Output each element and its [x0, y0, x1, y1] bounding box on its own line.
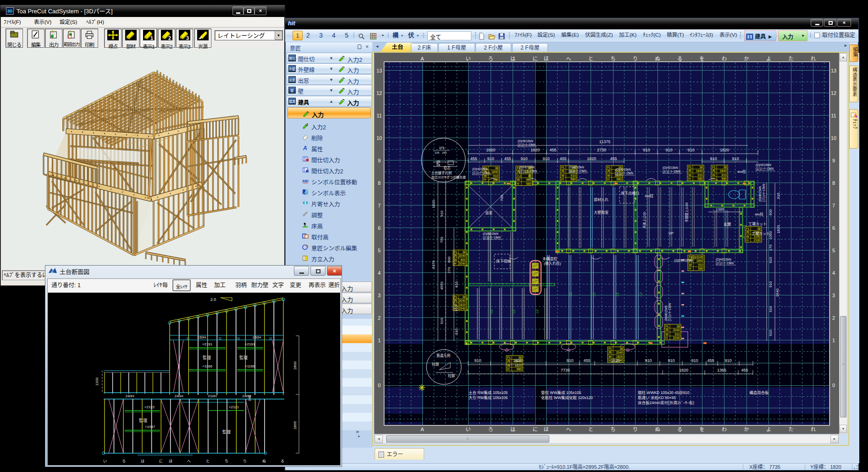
svg-text:910: 910: [665, 148, 672, 152]
svg-text:に: に: [159, 459, 163, 463]
svg-text:38: 38: [462, 295, 466, 299]
svg-text:た: た: [789, 56, 794, 61]
svg-text:い: い: [103, 459, 107, 463]
svg-text:9: 9: [832, 158, 835, 163]
svg-text:135: 135: [435, 151, 440, 154]
svg-text:わ: わ: [722, 56, 727, 61]
svg-text:1820: 1820: [679, 368, 688, 372]
svg-text:W: W: [688, 173, 691, 177]
svg-text:600: 600: [768, 209, 773, 216]
svg-text:2040: 2040: [459, 254, 466, 257]
svg-text:と: と: [206, 459, 210, 463]
svg-text:土台継手凡例: 土台継手凡例: [431, 171, 452, 175]
svg-text:筋違い 米松KD 90×45: 筋違い 米松KD 90×45: [638, 395, 676, 400]
svg-text:910: 910: [674, 333, 680, 336]
svg-text:り: り: [243, 459, 247, 463]
svg-text:8: 8: [832, 180, 835, 186]
svg-text:5: 5: [832, 248, 835, 253]
svg-text:FL: FL: [454, 250, 458, 254]
svg-text:150H: 150H: [197, 335, 206, 339]
svg-text:910: 910: [440, 211, 444, 217]
svg-text:る: る: [677, 56, 682, 61]
svg-text:H: H: [517, 182, 519, 185]
svg-text:FL: FL: [712, 166, 716, 169]
svg-text:210H: 210H: [208, 394, 216, 398]
svg-text:270: 270: [447, 267, 451, 273]
svg-text:ち: ち: [225, 459, 228, 463]
svg-text:UP: UP: [669, 231, 674, 235]
svg-text:れ: れ: [811, 427, 816, 432]
svg-text:38: 38: [757, 227, 761, 230]
svg-text:内: 内: [712, 169, 715, 173]
svg-text:1820: 1820: [587, 156, 596, 161]
svg-text:1840: 1840: [696, 259, 703, 262]
svg-text:240: 240: [248, 395, 252, 401]
svg-text:(D)HD15kN: (D)HD15kN: [483, 232, 498, 236]
svg-text:柱脚: 柱脚: [448, 373, 455, 378]
svg-text:へ: へ: [566, 427, 571, 432]
svg-text:ぬ: ぬ: [655, 427, 660, 432]
svg-text:(D)HD15kN: (D)HD15kN: [756, 163, 771, 167]
svg-text:1385: 1385: [716, 207, 724, 211]
svg-text:1365: 1365: [717, 368, 726, 372]
svg-text:+2191: +2191: [245, 342, 255, 346]
svg-text:38: 38: [619, 347, 623, 350]
svg-text:H: H: [607, 178, 609, 181]
svg-text:H: H: [507, 367, 509, 371]
svg-text:(ｽﾐ)ｺｰﾅｰ15kN: (ｽﾐ)ｺｰﾅｰ15kN: [668, 303, 672, 321]
svg-text:170: 170: [768, 244, 773, 251]
svg-text:監理: 監理: [203, 355, 211, 360]
svg-text:-12: -12: [489, 310, 493, 315]
svg-text:W: W: [746, 235, 749, 238]
svg-text:7: 7: [832, 203, 835, 208]
svg-text:2: 2: [832, 315, 835, 321]
svg-text:(ｽﾐ)ｺｰﾅｰ15kN: (ｽﾐ)ｺｰﾅｰ15kN: [519, 169, 537, 173]
svg-text:910: 910: [768, 330, 773, 336]
svg-text:910: 910: [768, 306, 773, 312]
svg-text:980: 980: [616, 178, 622, 181]
svg-text:FL: FL: [608, 347, 612, 350]
svg-text:910: 910: [566, 358, 573, 363]
svg-text:FL: FL: [665, 325, 669, 328]
svg-text:240: 240: [442, 151, 447, 154]
svg-text:FL: FL: [607, 166, 611, 169]
svg-text:浴室: 浴室: [485, 211, 492, 215]
svg-text:わ: わ: [722, 427, 727, 432]
svg-text:監理: 監理: [139, 418, 147, 423]
svg-text:2040: 2040: [459, 307, 466, 310]
svg-text:910: 910: [440, 318, 444, 324]
svg-text:ぬ: ぬ: [262, 459, 266, 463]
svg-text:910: 910: [487, 156, 494, 161]
svg-text:FL: FL: [561, 166, 565, 169]
svg-text:れ: れ: [811, 56, 816, 61]
svg-text:13: 13: [376, 68, 382, 73]
svg-text:5: 5: [378, 248, 381, 253]
svg-text:4m柱: 4m柱: [645, 194, 653, 198]
svg-text:2895: 2895: [293, 421, 297, 429]
svg-text:910: 910: [570, 174, 576, 177]
svg-text:た: た: [789, 427, 794, 432]
svg-text:(D)HD15kN: (D)HD15kN: [472, 167, 488, 171]
svg-text:(ｽﾐ)ｺｰﾅｰ15kN: (ｽﾐ)ｺｰﾅｰ15kN: [518, 143, 536, 147]
svg-text:910: 910: [724, 358, 731, 363]
svg-text:ほ: ほ: [544, 427, 549, 432]
svg-text:内: 内: [561, 169, 564, 173]
svg-text:(D)HD15kN: (D)HD15kN: [518, 139, 533, 143]
svg-text:150H: 150H: [252, 335, 261, 339]
svg-text:240H: 240H: [125, 394, 134, 398]
svg-text:1: 1: [832, 338, 835, 343]
svg-text:3640: 3640: [775, 289, 780, 297]
svg-text:6: 6: [378, 225, 381, 231]
svg-text:455: 455: [610, 156, 617, 161]
svg-text:る: る: [281, 459, 284, 463]
svg-text:大引 RW集成 105x105: 大引 RW集成 105x105: [469, 395, 508, 400]
svg-text:(ｽﾐ)ｺｰﾅｰ15kN: (ｽﾐ)ｺｰﾅｰ15kN: [716, 261, 734, 265]
svg-text:1820: 1820: [776, 225, 780, 233]
svg-text:FL: FL: [746, 227, 750, 230]
svg-text:内: 内: [608, 350, 612, 355]
svg-text:は: は: [510, 427, 515, 432]
svg-text:(D)HD15kN: (D)HD15kN: [663, 166, 678, 170]
svg-text:(ｽﾐ)ｺｰﾅｰ15kN: (ｽﾐ)ｺｰﾅｰ15kN: [569, 169, 586, 173]
svg-text:910: 910: [768, 281, 773, 288]
svg-text:580: 580: [721, 177, 727, 180]
